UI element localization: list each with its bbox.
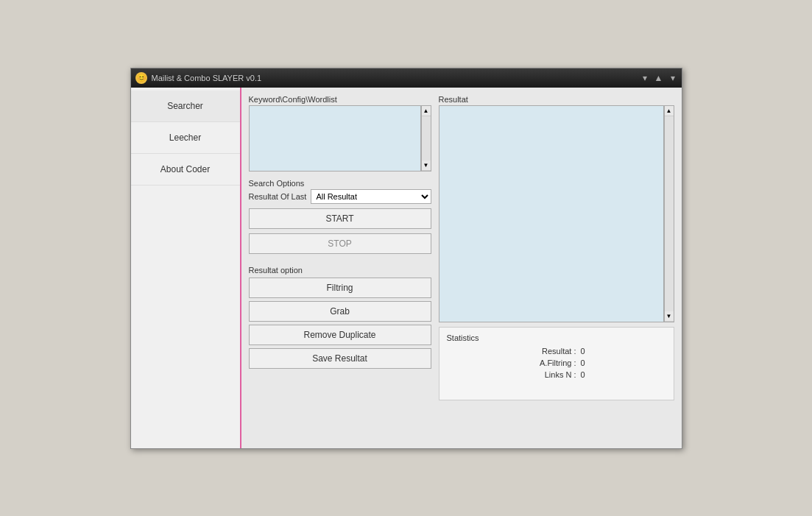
window-title: Mailist & Combo SLAYER v0.1 [152,74,262,82]
result-wrapper: ▲ ▼ [439,105,674,322]
app-icon: 😊 [135,72,147,84]
resultat-option-label: Resultat option [249,266,431,275]
close-button[interactable]: ▾ [668,73,677,83]
keyword-scroll-down[interactable]: ▼ [422,160,431,171]
content-area: Keyword\Config\Wordlist ▲ ▼ Search [241,88,682,448]
keyword-input[interactable] [249,105,421,172]
titlebar-left: 😊 Mailist & Combo SLAYER v0.1 [135,72,262,84]
stats-afiltring-row: A.Filtring : 0 [447,358,666,367]
resultat-of-last-label: Resultat Of Last [249,192,307,201]
afiltring-stat-value: 0 [581,358,596,367]
stats-resultat-row: Resultat : 0 [447,347,666,356]
linksn-stat-value: 0 [581,370,596,379]
filtring-button[interactable]: Filtring [249,278,431,298]
sidebar-item-about-coder[interactable]: About Coder [131,154,240,185]
search-options-section: Search Options Resultat Of Last All Resu… [249,176,431,204]
main-content: Searcher Leecher About Coder Keyword\Con… [131,88,682,448]
maximize-button[interactable]: ▲ [652,73,666,83]
sidebar-item-searcher[interactable]: Searcher [131,91,240,122]
afiltring-stat-label: A.Filtring : [518,358,576,367]
window-controls: ▾ ▲ ▾ [640,73,677,83]
resultat-option-section: Resultat option Filtring Grab Remove Dup… [249,263,431,369]
search-options-label: Search Options [249,179,431,188]
result-section-label: Resultat [439,95,674,104]
content-row-main: Keyword\Config\Wordlist ▲ ▼ Search [249,95,674,400]
remove-duplicate-button[interactable]: Remove Duplicate [249,325,431,345]
keyword-section-label: Keyword\Config\Wordlist [249,95,431,104]
start-button[interactable]: START [249,208,431,229]
save-resultat-button[interactable]: Save Resultat [249,348,431,369]
grab-button[interactable]: Grab [249,301,431,322]
result-textarea[interactable] [439,105,664,322]
minimize-button[interactable]: ▾ [640,73,649,83]
resultat-of-last-row: Resultat Of Last All Resultat Last 100 L… [249,189,431,204]
stop-button[interactable]: STOP [249,233,431,254]
statistics-section: Statistics Resultat : 0 A.Filtring : 0 L… [439,327,674,400]
result-scroll-down[interactable]: ▼ [665,311,674,322]
statistics-label: Statistics [447,333,666,342]
resultat-stat-label: Resultat : [518,347,576,356]
resultat-stat-value: 0 [581,347,596,356]
stats-linksn-row: Links N : 0 [447,370,666,379]
result-scroll-up[interactable]: ▲ [665,106,674,116]
resultat-of-last-select[interactable]: All Resultat Last 100 Last 50 Last 10 [311,189,431,204]
left-panel: Keyword\Config\Wordlist ▲ ▼ Search [249,95,431,400]
right-panel: Resultat ▲ ▼ Statistics [439,95,674,400]
result-scrollbar: ▲ ▼ [664,105,674,322]
result-section: Resultat ▲ ▼ [439,95,674,322]
app-window: 😊 Mailist & Combo SLAYER v0.1 ▾ ▲ ▾ Sear… [130,68,682,449]
titlebar: 😊 Mailist & Combo SLAYER v0.1 ▾ ▲ ▾ [131,68,682,88]
keyword-wrapper: ▲ ▼ [249,105,431,172]
linksn-stat-label: Links N : [518,370,576,379]
sidebar-item-leecher[interactable]: Leecher [131,122,240,154]
keyword-scroll-up[interactable]: ▲ [422,106,431,116]
keyword-scrollbar: ▲ ▼ [421,105,431,172]
keyword-section: Keyword\Config\Wordlist ▲ ▼ [249,95,431,172]
sidebar: Searcher Leecher About Coder [131,88,241,448]
